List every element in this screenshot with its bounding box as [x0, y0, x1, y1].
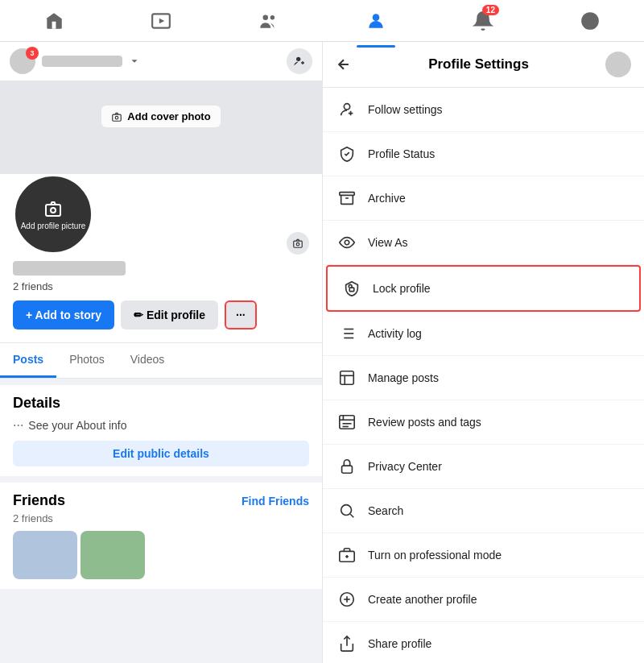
- svg-rect-32: [342, 466, 353, 473]
- menu-item-follow-settings[interactable]: Follow settings: [323, 88, 644, 132]
- profile-picture-container: Add profile picture: [13, 174, 93, 255]
- add-profile-picture-text: Add profile picture: [21, 222, 86, 230]
- edit-profile-button[interactable]: ✏ Edit profile: [121, 300, 218, 329]
- menu-item-search[interactable]: Search: [323, 489, 644, 533]
- svg-point-13: [296, 242, 299, 246]
- lock-profile-icon: [341, 277, 363, 300]
- left-panel: 3 Add cover photo: [0, 42, 322, 663]
- svg-rect-24: [341, 371, 354, 385]
- profile-name-blurred: [13, 261, 126, 276]
- action-buttons: + Add to story ✏ Edit profile ···: [13, 300, 309, 329]
- activity-log-icon: [336, 322, 358, 345]
- friends-title: Friends: [13, 492, 65, 509]
- menu-item-profile-status[interactable]: Profile Status: [323, 132, 644, 176]
- friends-count: 2 friends: [13, 280, 309, 292]
- svg-point-11: [51, 208, 56, 213]
- right-panel: Profile Settings Follow settings Profile…: [322, 42, 644, 663]
- nav-menu[interactable]: [571, 2, 609, 40]
- menu-item-lock-profile[interactable]: Lock profile: [326, 265, 641, 312]
- details-section: Details ··· See your About info Edit pub…: [0, 385, 322, 476]
- friends-sub-count: 2 friends: [13, 512, 309, 524]
- friend-photo-1: [13, 531, 77, 579]
- back-button[interactable]: [336, 56, 352, 73]
- add-profile-picture-label: Add profile picture: [21, 199, 86, 230]
- menu-item-create-profile[interactable]: Create another profile: [323, 578, 644, 622]
- profile-status-label: Profile Status: [368, 147, 435, 160]
- follow-settings-icon: [336, 98, 358, 121]
- manage-posts-icon: [336, 367, 358, 389]
- tab-posts[interactable]: Posts: [0, 343, 56, 378]
- details-title: Details: [13, 395, 309, 412]
- profile-bar-action[interactable]: [287, 48, 312, 74]
- right-panel-title: Profile Settings: [361, 56, 596, 73]
- top-navigation: 12: [0, 0, 644, 42]
- profile-info: 2 friends + Add to story ✏ Edit profile …: [0, 255, 322, 342]
- friends-section: Friends Find Friends 2 friends: [0, 483, 322, 589]
- profile-bar-avatar-wrap: 3: [10, 48, 35, 74]
- more-button[interactable]: ···: [225, 300, 257, 329]
- review-posts-label: Review posts and tags: [368, 416, 481, 429]
- nav-profile[interactable]: [357, 2, 395, 40]
- nav-home[interactable]: [35, 2, 73, 40]
- svg-rect-12: [294, 241, 303, 247]
- menu-item-professional-mode[interactable]: Turn on professional mode: [323, 533, 644, 578]
- share-profile-icon: [336, 632, 358, 655]
- svg-point-2: [263, 15, 269, 20]
- professional-mode-label: Turn on professional mode: [368, 549, 502, 561]
- right-header: Profile Settings: [323, 42, 644, 88]
- menu-item-share-profile[interactable]: Share profile: [323, 622, 644, 663]
- privacy-center-icon: [336, 455, 358, 478]
- ellipsis-icon: ···: [13, 418, 23, 433]
- find-friends-link[interactable]: Find Friends: [242, 495, 309, 508]
- svg-rect-17: [349, 288, 354, 292]
- add-cover-button[interactable]: Add cover photo: [101, 106, 220, 127]
- menu-item-manage-posts[interactable]: Manage posts: [323, 356, 644, 400]
- search-label: Search: [368, 504, 403, 517]
- svg-point-4: [372, 14, 379, 21]
- svg-point-16: [345, 240, 349, 245]
- view-as-icon: [336, 231, 358, 254]
- profile-bar: 3: [0, 42, 322, 81]
- edit-public-details-button[interactable]: Edit public details: [13, 441, 309, 466]
- svg-rect-10: [46, 205, 60, 216]
- svg-point-7: [296, 57, 300, 61]
- svg-point-33: [341, 505, 352, 516]
- friend-photo-2: [80, 531, 145, 579]
- see-about-text: See your About info: [28, 419, 126, 432]
- friends-header: Friends Find Friends: [13, 492, 309, 509]
- svg-marker-1: [159, 18, 165, 23]
- nav-notifications[interactable]: 12: [464, 2, 502, 40]
- svg-point-3: [270, 15, 275, 19]
- search-icon: [336, 499, 358, 522]
- back-arrow-icon: [336, 56, 352, 73]
- profile-notification-dot: 3: [26, 47, 39, 60]
- menu-item-archive[interactable]: Archive: [323, 176, 644, 221]
- view-as-label: View As: [368, 236, 408, 249]
- svg-rect-8: [113, 114, 122, 121]
- privacy-center-label: Privacy Center: [368, 460, 442, 473]
- notification-badge: 12: [482, 5, 499, 15]
- svg-point-6: [588, 15, 593, 21]
- archive-label: Archive: [368, 192, 406, 205]
- manage-posts-label: Manage posts: [368, 371, 439, 384]
- nav-friends[interactable]: [249, 2, 287, 40]
- svg-point-14: [344, 104, 349, 110]
- menu-item-view-as[interactable]: View As: [323, 221, 644, 265]
- camera-edit-button[interactable]: [287, 232, 309, 255]
- share-profile-label: Share profile: [368, 637, 431, 650]
- menu-item-review-posts[interactable]: Review posts and tags: [323, 400, 644, 445]
- menu-item-privacy-center[interactable]: Privacy Center: [323, 445, 644, 489]
- lock-profile-label: Lock profile: [373, 282, 431, 295]
- tab-videos[interactable]: Videos: [118, 343, 178, 378]
- profile-picture[interactable]: Add profile picture: [13, 174, 93, 255]
- camera-icon: [111, 111, 122, 122]
- add-person-icon: [293, 55, 306, 68]
- profile-tabs: Posts Photos Videos: [0, 342, 322, 379]
- add-to-story-button[interactable]: + Add to story: [13, 300, 114, 329]
- friends-photos: [13, 531, 309, 579]
- nav-watch[interactable]: [142, 2, 180, 40]
- menu-item-activity-log[interactable]: Activity log: [323, 312, 644, 356]
- profile-bar-left: 3: [10, 48, 140, 74]
- tab-photos[interactable]: Photos: [56, 343, 118, 378]
- see-about: ··· See your About info: [13, 418, 309, 433]
